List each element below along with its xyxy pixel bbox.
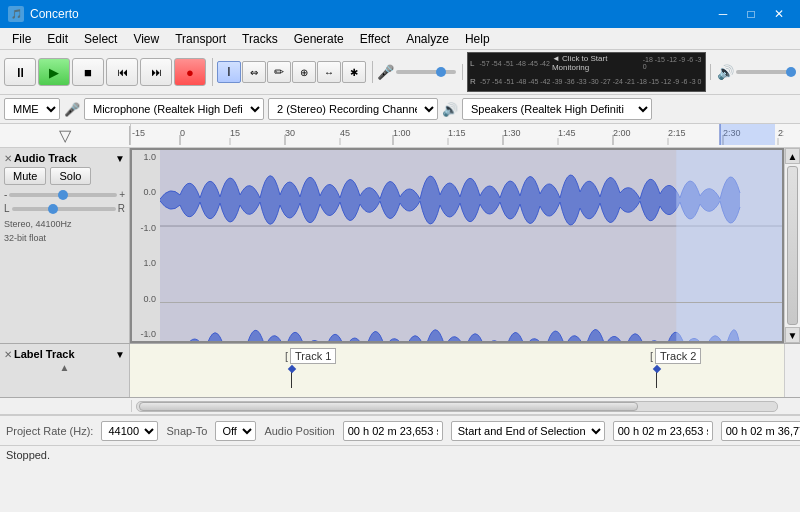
- svg-text:2:15: 2:15: [668, 128, 686, 138]
- mute-solo-row: Mute Solo: [4, 167, 125, 185]
- audio-track-panel: ✕ Audio Track ▼ Mute Solo - + L: [0, 148, 129, 343]
- label-track-header: ✕ Label Track ▼: [4, 348, 125, 360]
- main-toolbar: ⏸ ▶ ■ ⏮ ⏭ ● I ⇔ ✏ ⊕ ↔ ✱ 🎤 L -57 -54 -51 …: [0, 50, 800, 95]
- scroll-up-button[interactable]: ▲: [785, 148, 800, 164]
- ruler-left-panel: ▽: [0, 126, 130, 145]
- svg-text:2:00: 2:00: [613, 128, 631, 138]
- menu-edit[interactable]: Edit: [39, 30, 76, 48]
- label-track-expand-button[interactable]: ▲: [60, 362, 70, 373]
- project-rate-select[interactable]: 44100: [101, 421, 158, 441]
- menu-select[interactable]: Select: [76, 30, 125, 48]
- label-track-region: ✕ Label Track ▼ ▲ [ Track 1 [ Track 2: [0, 344, 800, 398]
- title-bar: 🎵 Concerto ─ □ ✕: [0, 0, 800, 28]
- scroll-thumb[interactable]: [787, 166, 798, 325]
- waveform-area[interactable]: 1.0 0.0 -1.0 1.0 0.0 -1.0: [130, 148, 784, 343]
- gain-thumb[interactable]: [58, 190, 68, 200]
- selection-mode-select[interactable]: Start and End of Selection: [451, 421, 605, 441]
- label-track-name: Label Track: [14, 348, 113, 360]
- vertical-scrollbar[interactable]: ▲ ▼: [784, 148, 800, 343]
- label-track-expand: ▲: [4, 362, 125, 373]
- output-section: 🔊: [710, 64, 796, 80]
- gain-slider[interactable]: [9, 193, 117, 197]
- pan-row: L R: [4, 203, 125, 214]
- menu-view[interactable]: View: [125, 30, 167, 48]
- pan-slider[interactable]: [12, 207, 116, 211]
- skip-start-button[interactable]: ⏮: [106, 58, 138, 86]
- menu-generate[interactable]: Generate: [286, 30, 352, 48]
- waveform-bottom-channel[interactable]: [160, 303, 782, 343]
- label-track-controls: ✕ Label Track ▼ ▲: [0, 344, 130, 397]
- status-text: Stopped.: [6, 449, 50, 461]
- maximize-button[interactable]: □: [738, 4, 764, 24]
- label-1-text[interactable]: Track 1: [290, 348, 336, 364]
- zoom-tool-button[interactable]: ⊕: [292, 61, 316, 83]
- label-track-dropdown-button[interactable]: ▼: [115, 349, 125, 360]
- play-button[interactable]: ▶: [38, 58, 70, 86]
- minimize-button[interactable]: ─: [710, 4, 736, 24]
- gain-plus-label: +: [119, 189, 125, 200]
- y-mid-label: 0.0: [132, 187, 156, 197]
- y-top-label: 1.0: [132, 152, 156, 162]
- timeshift-tool-button[interactable]: ↔: [317, 61, 341, 83]
- svg-text:2:45: 2:45: [778, 128, 784, 138]
- skip-end-button[interactable]: ⏭: [140, 58, 172, 86]
- mute-button[interactable]: Mute: [4, 167, 46, 185]
- menu-effect[interactable]: Effect: [352, 30, 398, 48]
- vu-monitor-button[interactable]: ◄ Click to Start Monitoring: [552, 54, 641, 72]
- input-volume-thumb[interactable]: [436, 67, 446, 77]
- svg-text:1:15: 1:15: [448, 128, 466, 138]
- scroll-down-button[interactable]: ▼: [785, 327, 800, 343]
- selection-end-input[interactable]: [721, 421, 800, 441]
- svg-text:-15: -15: [132, 128, 145, 138]
- stop-button[interactable]: ■: [72, 58, 104, 86]
- selection-tool-button[interactable]: I: [217, 61, 241, 83]
- waveform-top-channel[interactable]: [160, 150, 782, 303]
- channels-select[interactable]: 2 (Stereo) Recording Channels: [268, 98, 438, 120]
- output-volume-thumb[interactable]: [786, 67, 796, 77]
- host-select[interactable]: MME: [4, 98, 60, 120]
- horizontal-scrollbar[interactable]: [0, 398, 800, 415]
- ruler-marks-area: -15 0 15 30 45 1:00 1:15 1:30 1:45 2:00 …: [130, 124, 784, 145]
- label-2-diamond: [653, 365, 661, 373]
- output-volume-slider[interactable]: [736, 70, 796, 74]
- menu-analyze[interactable]: Analyze: [398, 30, 457, 48]
- hscroll-track[interactable]: [136, 401, 778, 412]
- audio-position-label: Audio Position: [264, 425, 334, 437]
- vu-bottom-row: R -57 -54 -51 -48 -45 -42 -39 -36 -33 -3…: [470, 72, 703, 90]
- input-device-select[interactable]: Microphone (Realtek High Defi: [84, 98, 264, 120]
- pause-button[interactable]: ⏸: [4, 58, 36, 86]
- label-track-close-button[interactable]: ✕: [4, 349, 12, 360]
- hscroll-thumb[interactable]: [139, 402, 638, 411]
- menu-transport[interactable]: Transport: [167, 30, 234, 48]
- snap-to-label: Snap-To: [166, 425, 207, 437]
- label-track-content[interactable]: [ Track 1 [ Track 2: [130, 344, 784, 397]
- multi-tool-button[interactable]: ✱: [342, 61, 366, 83]
- vu-scale-bottom: -57 -54 -51 -48 -45 -42 -39 -36 -33 -30 …: [480, 78, 701, 85]
- window-controls: ─ □ ✕: [710, 4, 792, 24]
- track-close-button[interactable]: ✕: [4, 153, 12, 164]
- output-device-select[interactable]: Speakers (Realtek High Definiti: [462, 98, 652, 120]
- vu-top-row: L -57 -54 -51 -48 -45 -42 ◄ Click to Sta…: [470, 54, 703, 72]
- solo-button[interactable]: Solo: [50, 167, 90, 185]
- track-header: ✕ Audio Track ▼: [4, 152, 125, 164]
- label-track-scrollbar-space: [784, 344, 800, 397]
- mic-section: 🎤: [377, 64, 463, 80]
- record-button[interactable]: ●: [174, 58, 206, 86]
- input-volume-slider[interactable]: [396, 70, 456, 74]
- menu-tracks[interactable]: Tracks: [234, 30, 286, 48]
- label-1-bracket-container: [ Track 1: [285, 348, 338, 364]
- menu-help[interactable]: Help: [457, 30, 498, 48]
- snap-to-select[interactable]: Off: [215, 421, 256, 441]
- label-2-text[interactable]: Track 2: [655, 348, 701, 364]
- status-bar: Project Rate (Hz): 44100 Snap-To Off Aud…: [0, 415, 800, 445]
- audio-track-name: Audio Track: [14, 152, 113, 164]
- close-button[interactable]: ✕: [766, 4, 792, 24]
- menu-file[interactable]: File: [4, 30, 39, 48]
- ruler-track: -15 0 15 30 45 1:00 1:15 1:30 1:45 2:00 …: [130, 124, 784, 145]
- pan-thumb[interactable]: [48, 204, 58, 214]
- track-dropdown-button[interactable]: ▼: [115, 153, 125, 164]
- audio-position-input[interactable]: [343, 421, 443, 441]
- pencil-tool-button[interactable]: ✏: [267, 61, 291, 83]
- selection-start-input[interactable]: [613, 421, 713, 441]
- envelope-tool-button[interactable]: ⇔: [242, 61, 266, 83]
